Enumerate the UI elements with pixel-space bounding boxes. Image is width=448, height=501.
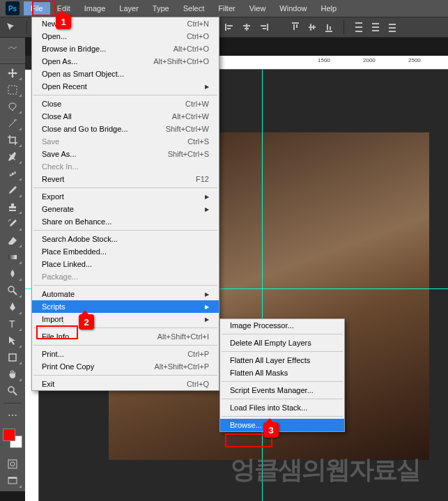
file-menu-item-open[interactable]: Open...Ctrl+O xyxy=(32,30,219,43)
file-menu-item-revert[interactable]: RevertF12 xyxy=(32,173,219,185)
svg-rect-4 xyxy=(8,255,17,259)
scripts-menu-item-load-files-into-stack[interactable]: Load Files into Stack... xyxy=(220,401,344,414)
align-left-icon[interactable] xyxy=(225,22,235,32)
file-menu-item-check-in: Check In... xyxy=(32,160,219,173)
align-center-icon[interactable] xyxy=(242,22,252,32)
menu-image[interactable]: Image xyxy=(77,1,113,15)
file-menu-item-save-as[interactable]: Save As...Shift+Ctrl+S xyxy=(32,148,219,160)
guide-vertical[interactable] xyxy=(262,70,263,501)
file-menu-item-open-as[interactable]: Open As...Alt+Shift+Ctrl+O xyxy=(32,55,219,68)
menu-select[interactable]: Select xyxy=(176,1,212,15)
align-bottom-icon[interactable] xyxy=(324,22,334,32)
file-menu-item-save: SaveCtrl+S xyxy=(32,135,219,148)
history-brush-icon[interactable] xyxy=(3,216,22,231)
eraser-tool-icon[interactable] xyxy=(3,233,22,248)
scripts-menu-item-image-processor[interactable]: Image Processor... xyxy=(220,319,344,332)
file-menu-item-exit[interactable]: ExitCtrl+Q xyxy=(32,378,219,390)
distribute-bottom-icon[interactable] xyxy=(387,22,397,32)
pen-tool-icon[interactable] xyxy=(3,300,22,315)
ps-logo-icon: Ps xyxy=(6,1,20,15)
marquee-tool-icon[interactable] xyxy=(3,82,22,98)
file-menu-item-file-info[interactable]: File Info...Alt+Shift+Ctrl+I xyxy=(32,330,219,343)
foreground-color-swatch[interactable] xyxy=(3,429,15,441)
blur-tool-icon[interactable] xyxy=(3,266,22,282)
menu-separator xyxy=(33,95,217,95)
menu-separator xyxy=(222,399,343,399)
scripts-menu-item-script-events-manager[interactable]: Script Events Manager... xyxy=(220,384,344,396)
file-menu-item-automate[interactable]: Automate▶ xyxy=(32,288,219,300)
quick-mask-icon[interactable] xyxy=(3,456,22,472)
file-menu-item-generate[interactable]: Generate▶ xyxy=(32,203,219,215)
svg-point-3 xyxy=(13,172,15,174)
file-menu-item-browse-in-bridge[interactable]: Browse in Bridge...Alt+Ctrl+O xyxy=(32,43,219,55)
menu-view[interactable]: View xyxy=(242,1,273,15)
toolbar: T ⋯ xyxy=(0,38,25,491)
menu-type[interactable]: Type xyxy=(146,1,176,15)
scripts-menu-item-flatten-all-masks[interactable]: Flatten All Masks xyxy=(220,367,344,379)
svg-text:T: T xyxy=(9,318,15,330)
svg-rect-0 xyxy=(8,86,17,94)
align-right-icon[interactable] xyxy=(258,22,268,32)
path-select-icon[interactable] xyxy=(3,333,22,348)
shape-tool-icon[interactable] xyxy=(3,350,22,365)
file-menu-item-search-adobe-stock[interactable]: Search Adobe Stock... xyxy=(32,233,219,245)
lasso-tool-icon[interactable] xyxy=(3,99,22,114)
svg-point-10 xyxy=(10,462,15,466)
scripts-menu-item-browse[interactable]: Browse... xyxy=(220,419,344,431)
file-menu-item-close[interactable]: CloseCtrl+W xyxy=(32,98,219,110)
stamp-tool-icon[interactable] xyxy=(3,199,22,215)
distribute-v-icon[interactable] xyxy=(371,22,380,32)
svg-point-8 xyxy=(8,387,14,392)
dodge-tool-icon[interactable] xyxy=(3,283,22,298)
menu-separator xyxy=(222,351,343,352)
edit-toolbar-icon[interactable]: ⋯ xyxy=(3,408,22,423)
scripts-menu-item-flatten-all-layer-effects[interactable]: Flatten All Layer Effects xyxy=(220,354,344,367)
wand-tool-icon[interactable] xyxy=(3,116,22,131)
file-menu-item-place-embedded[interactable]: Place Embedded... xyxy=(32,245,219,258)
svg-rect-9 xyxy=(8,460,17,468)
collapse-handle-icon2[interactable] xyxy=(0,57,25,64)
collapse-handle-icon[interactable] xyxy=(3,40,22,56)
menu-separator xyxy=(222,416,343,417)
file-menu-item-open-as-smart-object[interactable]: Open as Smart Object... xyxy=(32,68,219,80)
file-menu-item-close-all[interactable]: Close AllAlt+Ctrl+W xyxy=(32,110,219,123)
menu-layer[interactable]: Layer xyxy=(112,1,146,15)
move-tool-icon[interactable] xyxy=(3,65,22,81)
scripts-menu-item-delete-all-empty-layers[interactable]: Delete All Empty Layers xyxy=(220,337,344,349)
menu-file[interactable]: File xyxy=(24,1,50,15)
file-menu-item-print-one-copy[interactable]: Print One CopyAlt+Shift+Ctrl+P xyxy=(32,360,219,373)
healing-tool-icon[interactable] xyxy=(3,166,22,181)
file-menu-item-scripts[interactable]: Scripts▶ xyxy=(32,300,219,313)
menu-filter[interactable]: Filter xyxy=(211,1,242,15)
gradient-tool-icon[interactable] xyxy=(3,249,22,265)
type-tool-icon[interactable]: T xyxy=(3,316,22,332)
file-menu-item-package: Package... xyxy=(32,270,219,283)
crop-tool-icon[interactable] xyxy=(3,132,22,148)
hand-tool-icon[interactable] xyxy=(3,367,22,382)
color-swatches[interactable] xyxy=(3,429,22,448)
file-menu-item-print[interactable]: Print...Ctrl+P xyxy=(32,348,219,360)
brush-tool-icon[interactable] xyxy=(3,183,22,198)
ruler-mark: 2500 xyxy=(408,57,421,63)
menu-separator xyxy=(222,334,343,334)
screen-mode-icon[interactable] xyxy=(3,473,22,488)
menu-separator xyxy=(33,230,217,231)
align-middle-icon[interactable] xyxy=(307,22,317,32)
menu-separator xyxy=(222,381,343,382)
file-menu-item-share-on-behance[interactable]: Share on Behance... xyxy=(32,215,219,228)
file-menu-item-export[interactable]: Export▶ xyxy=(32,190,219,203)
svg-rect-12 xyxy=(8,477,17,479)
menu-help[interactable]: Help xyxy=(314,1,343,15)
zoom-tool-icon[interactable] xyxy=(3,383,22,399)
file-menu-item-import[interactable]: Import▶ xyxy=(32,313,219,325)
file-menu-item-place-linked[interactable]: Place Linked... xyxy=(32,258,219,270)
menu-window[interactable]: Window xyxy=(272,1,314,15)
distribute-top-icon[interactable] xyxy=(354,22,364,32)
file-menu-item-open-recent[interactable]: Open Recent▶ xyxy=(32,80,219,93)
file-menu-item-close-and-go-to-bridge[interactable]: Close and Go to Bridge...Shift+Ctrl+W xyxy=(32,123,219,135)
eyedropper-tool-icon[interactable] xyxy=(3,149,22,164)
svg-rect-1 xyxy=(9,171,16,177)
callout-1: 1 xyxy=(56,14,71,29)
move-tool-icon xyxy=(6,22,17,33)
align-top-icon[interactable] xyxy=(291,22,300,32)
